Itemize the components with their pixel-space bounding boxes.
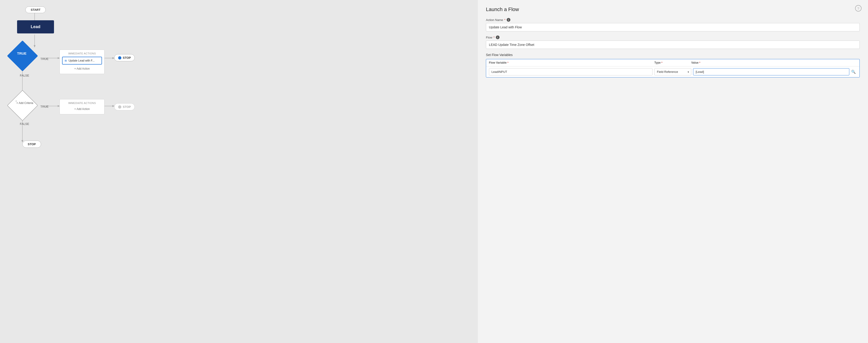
immediate-actions-2: IMMEDIATE ACTIONS + Add Action: [60, 99, 104, 114]
flow-label: Flow * i: [486, 35, 860, 39]
action-name-input[interactable]: [486, 23, 860, 31]
flow-canvas: START Lead TRUE FALSE TRUE IMMEDIATE ACT…: [0, 0, 477, 343]
fv-header-variable: Flow Variable *: [489, 61, 654, 64]
stop-dot-blue: [118, 56, 121, 60]
fv-header-value: Value *: [691, 61, 857, 64]
immediate-header-2: IMMEDIATE ACTIONS: [62, 102, 102, 104]
help-icon[interactable]: ?: [855, 5, 862, 11]
fv-header-row: Flow Variable * Type * Value *: [486, 59, 860, 66]
criteria-label: + Add Criteria: [14, 101, 36, 105]
fv-type-cell: Field Reference String Boolean Integer D…: [654, 68, 691, 75]
fv-variable-cell: [489, 68, 652, 75]
stop-node-2: STOP: [114, 103, 135, 110]
add-action-label-2: + Add Action: [74, 107, 90, 111]
panel-title: Launch a Flow: [486, 6, 860, 12]
fv-value-input[interactable]: [693, 68, 849, 75]
true-diamond-label: TRUE: [17, 52, 27, 55]
flow-info-icon[interactable]: i: [496, 35, 499, 39]
flow-variables-table: Flow Variable * Type * Value * Field Ref…: [486, 59, 860, 77]
start-node: START: [25, 6, 46, 13]
immediate-actions-1: IMMEDIATE ACTIONS ≋ Update Lead with F..…: [60, 49, 104, 74]
criteria-diamond[interactable]: [7, 90, 38, 121]
start-label: START: [31, 8, 40, 11]
fv-header-type: Type *: [654, 61, 691, 64]
action-name-label: Action Name * i: [486, 18, 860, 22]
flow-action-icon: ≋: [64, 59, 67, 63]
fv-variable-input[interactable]: [489, 68, 652, 75]
set-flow-variables-title: Set Flow Variables: [486, 53, 860, 57]
update-lead-action[interactable]: ≋ Update Lead with F...: [62, 57, 102, 65]
fv-type-select[interactable]: Field Reference String Boolean Integer D…: [654, 68, 691, 75]
lead-node[interactable]: Lead: [17, 20, 54, 33]
false-label-2: FALSE: [20, 122, 29, 126]
stop-dot-gray: [118, 105, 121, 109]
stop-label-2: STOP: [123, 105, 131, 109]
flow-input[interactable]: [486, 41, 860, 49]
true-label-1: TRUE: [40, 57, 49, 61]
true-diamond[interactable]: [7, 40, 38, 71]
svg-marker-3: [34, 45, 35, 47]
add-action-label-1: + Add Action: [74, 67, 90, 70]
lead-label: Lead: [31, 25, 40, 29]
action-name-info-icon[interactable]: i: [507, 18, 510, 22]
stop-node-1: STOP: [114, 54, 135, 61]
immediate-header-1: IMMEDIATE ACTIONS: [62, 52, 102, 55]
add-action-2[interactable]: + Add Action: [62, 106, 102, 112]
false-label-1: FALSE: [20, 74, 29, 77]
flow-required: *: [494, 36, 495, 39]
true-label-2: TRUE: [40, 105, 49, 108]
stop-bottom-label: STOP: [28, 142, 36, 146]
action-item-label: Update Lead with F...: [68, 59, 95, 62]
stop-label-1: STOP: [123, 56, 131, 60]
fv-value-cell: 🔍: [693, 68, 857, 75]
fv-data-row: Field Reference String Boolean Integer D…: [486, 66, 860, 77]
right-panel: Launch a Flow ? Action Name * i Flow * i…: [477, 0, 868, 343]
action-name-required: *: [504, 18, 505, 22]
search-icon[interactable]: 🔍: [850, 69, 857, 75]
add-action-1[interactable]: + Add Action: [62, 66, 102, 71]
stop-node-bottom: STOP: [22, 141, 41, 148]
